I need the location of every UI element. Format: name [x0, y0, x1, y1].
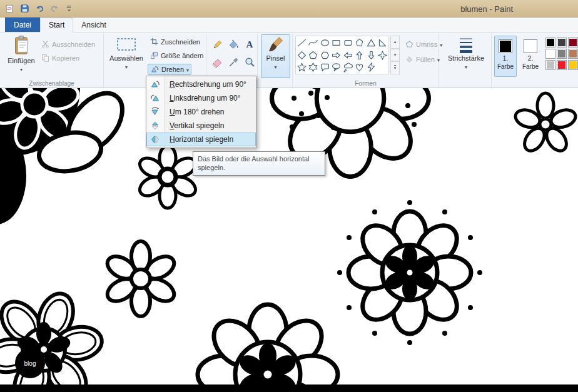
blog-text: blog — [24, 360, 36, 367]
palette-color[interactable] — [545, 38, 555, 48]
group-clipboard: Einfügen Ausschneiden Kopieren Zwischena… — [0, 33, 104, 88]
oval-callout-shape-icon[interactable] — [331, 62, 342, 73]
color2-tile[interactable]: 2. Farbe — [519, 36, 542, 77]
color2-swatch — [524, 39, 537, 53]
window-title: blumen - Paint — [460, 0, 513, 18]
redo-icon[interactable] — [49, 3, 60, 14]
group-shapes: Umriss Füllen Formen — [293, 33, 439, 88]
curve-shape-icon[interactable] — [308, 38, 318, 48]
select-button[interactable]: Auswählen — [108, 34, 145, 79]
right-arrow-shape-icon[interactable] — [331, 50, 342, 61]
palette-color[interactable] — [557, 38, 567, 48]
drawing-canvas[interactable]: blog — [0, 88, 578, 392]
shapes-grid — [295, 36, 389, 74]
fill-tool[interactable] — [226, 38, 240, 51]
six-point-star-shape-icon[interactable] — [308, 62, 318, 73]
cut-button[interactable]: Ausschneiden — [39, 39, 98, 49]
color1-tile[interactable]: 1. Farbe — [494, 36, 517, 77]
palette-color[interactable] — [545, 49, 555, 59]
chevron-down-icon — [274, 63, 276, 70]
rectangle-shape-icon[interactable] — [331, 38, 342, 48]
eraser-tool[interactable] — [210, 55, 224, 69]
eraser-icon — [211, 56, 223, 68]
customize-toolbar-icon[interactable] — [64, 3, 75, 14]
fill-can-icon — [405, 55, 413, 63]
shapes-scroll-down[interactable] — [390, 49, 400, 62]
group-label-clipboard: Zwischenablage — [0, 80, 103, 87]
up-arrow-shape-icon[interactable] — [354, 50, 365, 61]
menu-item-rotate-left-90[interactable]: Linksdrehung um 90° — [146, 91, 256, 105]
quick-access-toolbar — [4, 3, 75, 14]
rotate-right-icon — [150, 79, 160, 89]
menu-item-flip-vertical[interactable]: Vertikal spiegeln — [146, 119, 256, 133]
rotate-button[interactable]: Drehen — [148, 64, 191, 75]
paste-button[interactable]: Einfügen — [4, 34, 39, 79]
select-icon — [116, 35, 137, 54]
chevron-down-icon — [465, 63, 467, 70]
clipboard-icon — [12, 35, 31, 56]
app-icon[interactable] — [4, 3, 15, 14]
oval-shape-icon[interactable] — [320, 38, 330, 48]
menu-item-rotate-right-90[interactable]: Rechtsdrehung um 90° — [146, 78, 256, 91]
rotate-180-icon — [150, 107, 160, 117]
rounded-callout-shape-icon[interactable] — [320, 62, 330, 73]
heart-shape-icon[interactable] — [354, 62, 365, 73]
ribbon-tabs: Datei Start Ansicht — [0, 18, 578, 33]
menu-item-flip-horizontal[interactable]: Horizontal spiegeln — [146, 133, 256, 146]
text-tool-icon: A — [246, 39, 253, 50]
magnifier-icon — [244, 56, 256, 68]
menu-item-rotate-180[interactable]: Um 180° drehen — [146, 105, 256, 119]
down-arrow-shape-icon[interactable] — [366, 50, 377, 61]
pencil-icon — [211, 39, 223, 51]
shapes-scroll — [390, 36, 400, 74]
magnifier-tool[interactable] — [243, 55, 256, 69]
scissors-icon — [41, 40, 49, 48]
shapes-scroll-up[interactable] — [390, 36, 400, 49]
crop-button[interactable]: Zuschneiden — [148, 36, 203, 47]
undo-icon[interactable] — [34, 3, 45, 14]
shapes-more[interactable] — [390, 61, 400, 74]
color1-swatch — [499, 39, 512, 53]
tab-file[interactable]: Datei — [5, 18, 40, 32]
polygon-shape-icon[interactable] — [354, 38, 365, 48]
tab-start[interactable]: Start — [40, 18, 73, 33]
rotate-icon — [150, 65, 159, 74]
fill-shape-button[interactable]: Füllen — [403, 54, 442, 64]
diamond-shape-icon[interactable] — [297, 50, 307, 61]
canvas-drawing: blog — [0, 88, 578, 392]
tooltip: Das Bild oder die Auswahl horizontal spi… — [193, 151, 325, 176]
tab-view[interactable]: Ansicht — [73, 18, 114, 32]
lightning-shape-icon[interactable] — [366, 62, 377, 73]
stroke-width-button[interactable]: Strichstärke — [444, 34, 488, 78]
pentagon-shape-icon[interactable] — [308, 50, 318, 61]
palette-color[interactable] — [545, 60, 555, 70]
four-point-star-shape-icon[interactable] — [377, 50, 388, 61]
group-stroke: Strichstärke — [439, 33, 492, 88]
palette-color[interactable] — [557, 60, 567, 70]
triangle-shape-icon[interactable] — [366, 38, 377, 48]
flip-horizontal-icon — [150, 134, 160, 144]
five-point-star-shape-icon[interactable] — [297, 62, 307, 73]
rotate-menu: Rechtsdrehung um 90° Linksdrehung um 90°… — [146, 76, 256, 148]
line-shape-icon[interactable] — [297, 38, 307, 48]
resize-button[interactable]: Größe ändern — [148, 50, 206, 61]
hexagon-shape-icon[interactable] — [320, 50, 330, 61]
brushes-button[interactable]: Pinsel — [261, 34, 290, 78]
palette-color[interactable] — [568, 38, 578, 48]
left-arrow-shape-icon[interactable] — [343, 50, 353, 61]
rounded-rectangle-shape-icon[interactable] — [343, 38, 353, 48]
pencil-tool[interactable] — [210, 38, 224, 51]
palette-color[interactable] — [568, 60, 578, 70]
color-picker-tool[interactable] — [226, 55, 240, 69]
text-tool[interactable]: A — [243, 38, 256, 51]
palette-color[interactable] — [568, 49, 578, 59]
copy-button[interactable]: Kopieren — [39, 53, 82, 63]
palette-color[interactable] — [557, 49, 567, 59]
cloud-callout-shape-icon[interactable] — [343, 62, 353, 73]
group-colors: 1. Farbe 2. Farbe — [492, 33, 578, 88]
color-palette — [545, 38, 578, 71]
chevron-down-icon — [125, 63, 128, 70]
save-icon[interactable] — [19, 3, 30, 14]
resize-icon — [150, 51, 158, 59]
right-triangle-shape-icon[interactable] — [377, 38, 388, 48]
